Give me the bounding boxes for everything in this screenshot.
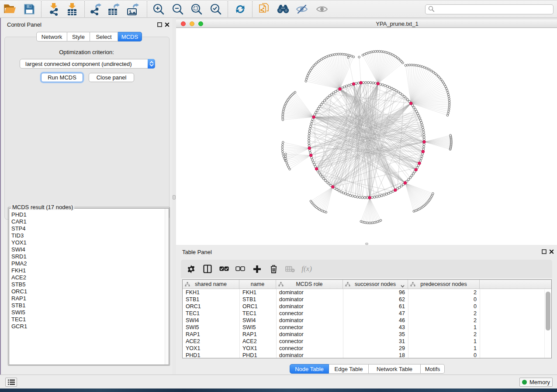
zoom-fit-button[interactable]	[189, 2, 204, 17]
window-close-traffic-light[interactable]	[181, 21, 186, 26]
mcds-result-item[interactable]: GCR1	[9, 323, 169, 330]
mcds-result-item[interactable]: STB5	[9, 281, 169, 288]
cell-successor-nodes: 46	[343, 317, 408, 324]
tab-network[interactable]: Network	[36, 32, 67, 41]
table-row[interactable]: SWI5 SWI5 connector 43 1	[183, 324, 551, 331]
cell-name: PHD1	[239, 352, 276, 358]
table-row[interactable]: RAP1 RAP1 dominator 35 2	[183, 331, 551, 338]
network-window-title: YPA_prune.txt_1	[353, 21, 441, 27]
cell-predecessor-nodes: 2	[408, 331, 480, 338]
memory-button[interactable]: Memory	[519, 378, 553, 387]
search-input[interactable]	[435, 6, 553, 14]
table-row[interactable]: ORC1 ORC1 dominator 61 0	[183, 303, 551, 310]
mcds-result-item[interactable]: STP4	[9, 225, 169, 232]
column-header-successor-nodes[interactable]: successor nodes	[343, 280, 408, 289]
delete-column-icon[interactable]	[268, 264, 279, 274]
mcds-result-list[interactable]: PHD1CAR1STP4TID3YOX1SWI4SRD1PMA2FKH1ACE2…	[9, 208, 169, 365]
task-history-button[interactable]	[5, 378, 17, 387]
cell-shared-name: SWI4	[183, 317, 239, 324]
close-panel-button[interactable]: Close panel	[89, 73, 134, 82]
cell-predecessor-nodes: 0	[408, 296, 480, 303]
export-network-button[interactable]	[88, 2, 103, 17]
network-window-titlebar[interactable]: YPA_prune.txt_1	[176, 19, 557, 28]
close-panel-icon[interactable]	[549, 249, 554, 254]
mcds-result-item[interactable]: ACE2	[9, 274, 169, 281]
float-panel-icon[interactable]	[157, 22, 163, 27]
shared-column-icon	[185, 282, 190, 288]
table-settings-gear-icon[interactable]	[186, 264, 196, 274]
tab-edge-table[interactable]: Edge Table	[329, 364, 369, 374]
mcds-result-item[interactable]: SRD1	[9, 253, 169, 260]
cell-predecessor-nodes: 1	[408, 338, 480, 345]
column-header-shared-name[interactable]: shared name	[183, 280, 239, 289]
table-row[interactable]: STB1 STB1 dominator 62 0	[183, 296, 551, 303]
mcds-result-item[interactable]: CAR1	[9, 218, 169, 225]
main-toolbar	[0, 0, 557, 18]
export-image-button[interactable]	[126, 2, 141, 17]
splitter-grip[interactable]	[173, 195, 176, 199]
control-panel-title: Control Panel	[7, 21, 42, 28]
tab-node-table[interactable]: Node Table	[290, 364, 329, 374]
mcds-result-item[interactable]: TEC1	[9, 316, 169, 323]
mcds-result-item[interactable]: SWI5	[9, 309, 169, 316]
hide-selected-button[interactable]	[294, 2, 309, 17]
toggle-columns-icon[interactable]	[202, 264, 213, 274]
tab-network-table[interactable]: Network Table	[369, 364, 421, 374]
cell-predecessor-nodes: 2	[408, 317, 480, 324]
column-header-name[interactable]: name	[239, 280, 276, 289]
deselect-all-checkboxes-icon[interactable]	[235, 264, 246, 274]
zoom-selected-button[interactable]	[208, 2, 223, 17]
tab-style[interactable]: Style	[67, 32, 90, 41]
export-table-button[interactable]	[107, 2, 121, 17]
mcds-result-item[interactable]: PHD1	[9, 211, 169, 218]
import-network-button[interactable]	[46, 2, 61, 17]
search-box[interactable]	[425, 4, 554, 14]
tab-mcds[interactable]: MCDS	[118, 32, 142, 41]
cell-mcds-role: dominator	[276, 331, 343, 338]
table-row[interactable]: FKH1 FKH1 dominator 96 2	[183, 289, 551, 296]
mcds-list-scrollbar[interactable]	[165, 209, 169, 364]
close-panel-icon[interactable]	[165, 22, 170, 27]
select-all-checkboxes-icon[interactable]	[219, 264, 229, 274]
find-button[interactable]	[276, 2, 291, 17]
import-table-button[interactable]	[65, 2, 80, 17]
column-header-label: MCDS role	[296, 281, 322, 287]
tab-motifs[interactable]: Motifs	[421, 364, 445, 374]
mcds-result-item[interactable]: TID3	[9, 232, 169, 239]
table-scrollbar-thumb[interactable]	[546, 292, 550, 330]
mcds-result-group-title: MCDS result (17 nodes)	[11, 204, 74, 210]
mcds-result-item[interactable]: YOX1	[9, 239, 169, 246]
mcds-result-item[interactable]: STB1	[9, 302, 169, 309]
criterion-dropdown[interactable]: largest connected component (undirected)	[20, 59, 155, 69]
cell-shared-name: ACE2	[183, 338, 239, 345]
window-minimize-traffic-light[interactable]	[190, 21, 194, 26]
window-maximize-traffic-light[interactable]	[198, 21, 203, 26]
table-row[interactable]: ACE2 ACE2 connector 31 1	[183, 338, 551, 345]
mcds-result-item[interactable]: ORC1	[9, 288, 169, 295]
tab-select[interactable]: Select	[90, 32, 118, 41]
add-column-icon[interactable]	[252, 264, 262, 274]
open-file-button[interactable]	[3, 2, 17, 17]
mcds-result-item[interactable]: RAP1	[9, 295, 169, 302]
network-canvas[interactable]	[176, 28, 557, 245]
table-row[interactable]: TEC1 TEC1 connector 47 2	[183, 310, 551, 317]
new-network-from-selection-button[interactable]	[257, 2, 272, 17]
panel-splitter-vertical[interactable]	[172, 18, 176, 375]
mcds-result-item[interactable]: FKH1	[9, 267, 169, 274]
show-all-button[interactable]	[315, 2, 329, 17]
table-row[interactable]: SWI4 SWI4 dominator 46 2	[183, 317, 551, 324]
float-panel-icon[interactable]	[542, 249, 547, 254]
table-row[interactable]: PHD1 PHD1 dominator 18 0	[183, 352, 551, 358]
mcds-result-item[interactable]: PMA2	[9, 260, 169, 267]
column-header-mcds-role[interactable]: MCDS role	[276, 280, 343, 289]
zoom-in-button[interactable]	[151, 2, 166, 17]
column-header-predecessor-nodes[interactable]: predecessor nodes	[408, 280, 480, 289]
table-row[interactable]: YOX1 YOX1 connector 29 1	[183, 345, 551, 352]
refresh-button[interactable]	[233, 2, 248, 17]
run-mcds-button[interactable]: Run MCDS	[41, 73, 83, 82]
mcds-result-item[interactable]: SWI4	[9, 246, 169, 253]
zoom-out-button[interactable]	[170, 2, 185, 17]
table-scrollbar[interactable]	[544, 289, 551, 358]
save-session-button[interactable]	[22, 2, 37, 17]
cell-shared-name: STB1	[183, 296, 239, 303]
